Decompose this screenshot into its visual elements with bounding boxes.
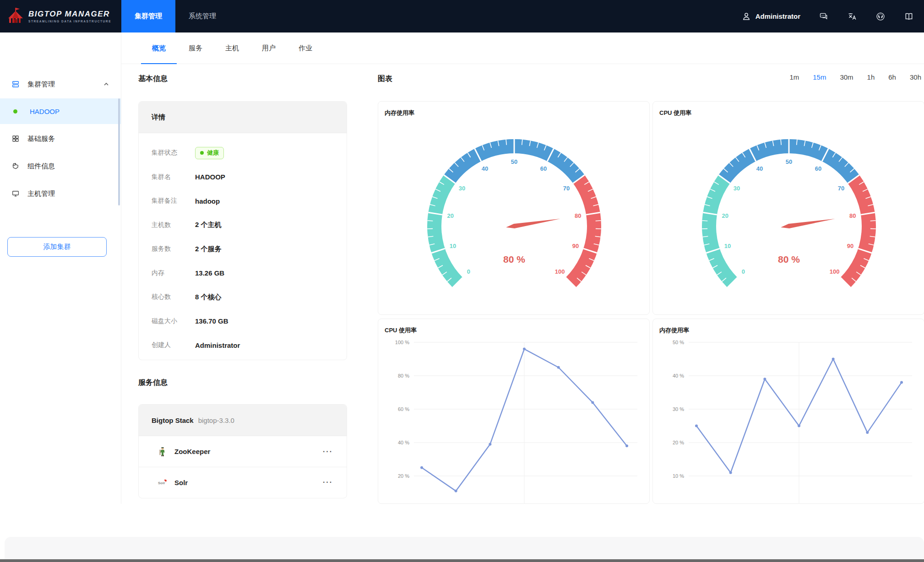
- tab-hosts[interactable]: 主机: [214, 32, 250, 64]
- tab-label: 概览: [152, 44, 166, 53]
- svg-text:80: 80: [849, 212, 856, 219]
- svg-text:100: 100: [830, 268, 840, 275]
- sidebar-item-label: HADOOP: [30, 108, 60, 115]
- svg-text:90: 90: [572, 243, 579, 249]
- add-cluster-button[interactable]: 添加集群: [7, 237, 107, 257]
- sidebar-item-component-info[interactable]: 组件信息: [0, 153, 121, 179]
- brand: BIGTOP MANAGER STREAMLINING DATA INFRAST…: [0, 0, 121, 32]
- range-30h[interactable]: 30h: [910, 73, 921, 81]
- detail-label: 集群备注: [152, 197, 195, 205]
- svg-text:10: 10: [450, 243, 456, 249]
- range-30m[interactable]: 30m: [840, 73, 853, 81]
- chart-title: 内存使用率: [659, 326, 689, 335]
- cpu-usage-line-chart: 100 %80 %60 %40 %20 %: [378, 319, 650, 504]
- svg-text:40 %: 40 %: [673, 373, 684, 378]
- feedback-comment-icon[interactable]: [819, 11, 829, 22]
- range-6h[interactable]: 6h: [888, 73, 896, 81]
- tab-label: 作业: [299, 44, 312, 53]
- detail-value: Administrator: [195, 341, 240, 349]
- detail-row-cluster-name: 集群名 HADOOP: [139, 165, 347, 189]
- svg-text:40: 40: [482, 165, 488, 172]
- svg-text:10 %: 10 %: [673, 473, 684, 479]
- nav-item-system-management[interactable]: 系统管理: [175, 0, 229, 32]
- brand-text: BIGTOP MANAGER STREAMLINING DATA INFRAST…: [28, 10, 111, 23]
- charts-heading: 图表: [378, 74, 392, 84]
- brand-tagline: STREAMLINING DATA INFRASTRUCTURE: [28, 20, 111, 23]
- svg-text:20 %: 20 %: [673, 440, 684, 445]
- chart-title: 内存使用率: [385, 109, 414, 117]
- badge-label: 健康: [207, 149, 219, 157]
- sidebar-item-hadoop-cluster[interactable]: HADOOP: [0, 98, 121, 124]
- tab-jobs[interactable]: 作业: [288, 32, 323, 64]
- chart-title: CPU 使用率: [659, 109, 691, 117]
- bigtop-logo-icon: [6, 6, 25, 27]
- detail-value: hadoop: [195, 197, 220, 205]
- service-row-zookeeper[interactable]: ZooKeeper ···: [139, 436, 347, 467]
- detail-value: 136.70 GB: [195, 317, 228, 325]
- detail-label: 内存: [152, 269, 195, 277]
- time-range-selector: 1m 15m 30m 1h 6h 30h: [789, 73, 921, 81]
- footer-panel: [5, 537, 924, 560]
- svg-text:50: 50: [511, 158, 517, 165]
- sidebar-group-cluster-management[interactable]: 集群管理: [0, 73, 121, 96]
- svg-text:30 %: 30 %: [673, 406, 684, 412]
- svg-text:100 %: 100 %: [395, 340, 409, 345]
- sidebar-group-label: 集群管理: [27, 80, 55, 89]
- component-blob-icon: [11, 162, 20, 171]
- range-1m[interactable]: 1m: [789, 73, 799, 81]
- chart-title: CPU 使用率: [385, 326, 417, 335]
- details-rows: 集群状态 健康 集群名 HADOOP 集群备注 hadoop 主机数 2 个主机…: [139, 133, 347, 357]
- tab-overview[interactable]: 概览: [141, 32, 177, 64]
- tab-services[interactable]: 服务: [178, 32, 213, 64]
- detail-value: 2 个主机: [195, 221, 222, 229]
- details-card-header: 详情: [139, 102, 347, 133]
- stack-card-header: Bigtop Stack bigtop-3.3.0: [139, 405, 347, 436]
- svg-text:10: 10: [724, 243, 731, 249]
- detail-label: 服务数: [152, 245, 195, 253]
- detail-row-disk-size: 磁盘大小 136.70 GB: [139, 309, 347, 334]
- brand-title: BIGTOP MANAGER: [28, 10, 111, 19]
- user-menu[interactable]: Administrator: [741, 11, 800, 22]
- health-status-badge: 健康: [195, 147, 224, 159]
- range-15m[interactable]: 15m: [813, 73, 826, 81]
- svg-text:80: 80: [575, 212, 581, 219]
- svg-text:60: 60: [815, 165, 821, 172]
- health-dot-icon: [200, 151, 204, 155]
- detail-label: 集群状态: [152, 149, 195, 157]
- memory-usage-gauge: 010203040506070809010080 %: [378, 102, 650, 315]
- detail-row-cores: 核心数 8 个核心: [139, 285, 347, 309]
- language-translate-icon[interactable]: [847, 11, 857, 22]
- sidebar-scrollbar[interactable]: [118, 98, 120, 205]
- svg-text:70: 70: [838, 185, 844, 192]
- navbar-right: Administrator: [741, 11, 924, 22]
- zookeeper-more-button[interactable]: ···: [323, 448, 333, 456]
- svg-text:80 %: 80 %: [398, 373, 409, 378]
- sidebar: 集群管理 HADOOP 基础服务: [0, 32, 121, 504]
- service-row-solr[interactable]: Solr Solr ···: [139, 467, 347, 497]
- tab-label: 主机: [225, 44, 239, 53]
- svg-text:20: 20: [447, 212, 454, 219]
- memory-usage-line-card: 内存使用率 50 %40 %30 %20 %10 %: [652, 319, 924, 504]
- solr-icon: Solr: [157, 477, 168, 488]
- sidebar-item-infra-services[interactable]: 基础服务: [0, 126, 121, 151]
- docs-book-icon[interactable]: [904, 11, 914, 22]
- solr-more-button[interactable]: ···: [323, 478, 333, 486]
- sidebar-item-label: 组件信息: [27, 162, 55, 171]
- tab-users[interactable]: 用户: [251, 32, 287, 64]
- range-1h[interactable]: 1h: [867, 73, 875, 81]
- github-icon[interactable]: [875, 11, 886, 22]
- svg-text:80 %: 80 %: [778, 254, 800, 265]
- cpu-usage-line-card: CPU 使用率 100 %80 %60 %40 %20 %: [378, 319, 650, 504]
- svg-text:20: 20: [722, 212, 728, 219]
- service-name: Solr: [174, 479, 188, 486]
- detail-row-host-count: 主机数 2 个主机: [139, 213, 347, 238]
- cluster-tabbar: 概览 服务 主机 用户 作业: [121, 32, 924, 64]
- zookeeper-icon: [157, 446, 168, 457]
- sidebar-item-host-management[interactable]: 主机管理: [0, 181, 121, 206]
- svg-text:30: 30: [734, 185, 740, 192]
- detail-value: 8 个核心: [195, 293, 222, 302]
- nav-item-cluster-management[interactable]: 集群管理: [121, 0, 175, 32]
- svg-text:100: 100: [555, 268, 565, 275]
- svg-text:40 %: 40 %: [398, 440, 409, 445]
- detail-label: 创建人: [152, 341, 195, 349]
